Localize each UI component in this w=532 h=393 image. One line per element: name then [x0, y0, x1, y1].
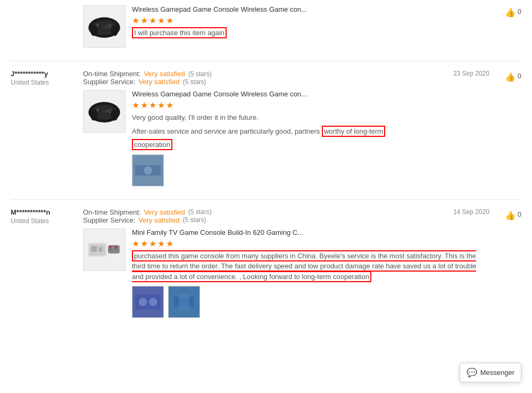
- rating-shipment-j: On-time Shipment: Very satisfied (5 star…: [83, 70, 212, 78]
- star-m-4: ★: [157, 239, 165, 249]
- reviewer-info-m: M***********n United States: [11, 208, 74, 323]
- svg-rect-34: [114, 246, 117, 248]
- svg-point-9: [90, 25, 98, 36]
- product-image-1: [83, 5, 126, 48]
- reviewer-country-j: United States: [11, 79, 74, 86]
- review-body-m: On-time Shipment: Very satisfied (5 star…: [83, 208, 489, 323]
- product-row-1: Wireless Gamepad Game Console Wireless G…: [83, 5, 489, 48]
- ratings-m: On-time Shipment: Very satisfied (5 star…: [83, 208, 212, 224]
- reviewer-info-1: [11, 5, 74, 52]
- gamepad-icon-1: [86, 8, 123, 45]
- rating-stars-shipment-m: (5 stars): [188, 208, 212, 216]
- star-1: ★: [132, 15, 139, 26]
- product-title-j: Wireless Gamepad Game Console Wireless G…: [132, 90, 489, 98]
- reviewer-info-j: J***********y United States: [11, 70, 74, 191]
- reviewer-country-m: United States: [11, 217, 74, 225]
- review-text-j-before-highlight: After-sales service and service are part…: [132, 127, 322, 135]
- svg-point-7: [106, 25, 109, 27]
- rating-service-j: Supplier Service: Very satisfied (5 star…: [83, 78, 212, 86]
- rating-stars-service-j: (5 stars): [183, 78, 206, 86]
- rating-label-service-j: Supplier Service:: [83, 78, 135, 86]
- review-photo-m-1[interactable]: [132, 286, 164, 318]
- review-main-1: Wireless Gamepad Game Console Wireless G…: [83, 5, 521, 52]
- helpful-section-j: 👍 0: [489, 70, 521, 191]
- product-image-j: [83, 90, 126, 133]
- svg-rect-14: [97, 108, 98, 112]
- helpful-count-m: 0: [518, 210, 521, 218]
- star-m-5: ★: [166, 239, 173, 249]
- svg-rect-8: [103, 26, 106, 28]
- helpful-count-j: 0: [518, 72, 521, 80]
- product-details-m: Mini Family TV Game Console Build-In 620…: [132, 228, 489, 318]
- photo-thumbnail-m-2: [169, 286, 200, 317]
- star-m-1: ★: [132, 239, 139, 249]
- highlighted-purchase-again: I will purchase this item again: [132, 27, 227, 38]
- star-j-4: ★: [157, 100, 165, 110]
- highlighted-worthy: worthy of long-term: [322, 126, 385, 137]
- reviewer-name-m: M***********n: [11, 208, 74, 216]
- review-date-m: 14 Sep 2020: [442, 208, 489, 216]
- star-j-2: ★: [140, 100, 148, 110]
- svg-point-37: [139, 298, 147, 306]
- rating-stars-service-m: (5 stars): [183, 216, 206, 224]
- svg-point-20: [90, 110, 98, 121]
- svg-point-32: [114, 247, 118, 250]
- reviewer-name-j: J***********y: [11, 70, 74, 78]
- thumb-up-icon-j[interactable]: 👍: [505, 72, 516, 82]
- review-text-j-3: cooperation: [132, 140, 489, 150]
- review-main-m: On-time Shipment: Very satisfied (5 star…: [83, 208, 521, 323]
- photo-thumbnail-j: [132, 155, 163, 186]
- review-header-j: On-time Shipment: Very satisfied (5 star…: [83, 70, 489, 86]
- review-main-j: On-time Shipment: Very satisfied (5 star…: [83, 70, 521, 191]
- product-title-1: Wireless Gamepad Game Console Wireless G…: [132, 5, 489, 13]
- rating-label-shipment-j: On-time Shipment:: [83, 70, 140, 78]
- svg-point-21: [111, 110, 118, 121]
- review-text-j-1: Very good quality, I'll order it in the …: [132, 112, 489, 123]
- star-2: ★: [140, 15, 148, 26]
- star-m-2: ★: [140, 239, 148, 249]
- helpful-section-m: 👍 0: [489, 208, 521, 323]
- rating-value-shipment-m: Very satisfied: [144, 208, 185, 216]
- svg-point-10: [111, 25, 118, 36]
- review-body-1: Wireless Gamepad Game Console Wireless G…: [83, 5, 489, 52]
- product-details-j: Wireless Gamepad Game Console Wireless G…: [132, 90, 489, 186]
- svg-point-4: [109, 24, 111, 26]
- svg-point-18: [106, 110, 109, 112]
- product-stars-1: ★ ★ ★ ★ ★: [132, 15, 489, 26]
- svg-rect-28: [99, 250, 103, 251]
- review-photo-j-1[interactable]: [132, 154, 164, 186]
- rating-stars-shipment-j: (5 stars): [188, 70, 212, 78]
- svg-rect-33: [109, 246, 112, 248]
- helpful-count-1: 0: [518, 7, 521, 15]
- product-stars-j: ★ ★ ★ ★ ★: [132, 100, 489, 110]
- thumb-up-icon-m[interactable]: 👍: [505, 210, 516, 220]
- rating-shipment-m: On-time Shipment: Very satisfied (5 star…: [83, 208, 212, 216]
- highlighted-cooperation: cooperation: [132, 139, 172, 150]
- svg-point-31: [109, 247, 112, 250]
- photo-thumbnail-m-1: [132, 286, 163, 317]
- rating-value-shipment-j: Very satisfied: [144, 70, 185, 78]
- mini-console-icon: [86, 231, 123, 268]
- rating-service-m: Supplier Service: Very satisfied (5 star…: [83, 216, 212, 224]
- svg-point-24: [144, 166, 152, 174]
- helpful-section-1: 👍 0: [489, 5, 521, 52]
- review-header-m: On-time Shipment: Very satisfied (5 star…: [83, 208, 489, 224]
- rating-label-service-m: Supplier Service:: [83, 216, 135, 224]
- svg-point-15: [109, 109, 111, 111]
- star-j-5: ★: [166, 100, 173, 110]
- highlighted-review-m: purchased this game console from many su…: [132, 250, 476, 282]
- star-m-3: ★: [149, 239, 156, 249]
- svg-rect-3: [97, 23, 98, 27]
- product-row-m: Mini Family TV Game Console Build-In 620…: [83, 228, 489, 318]
- review-block-m: M***********n United States On-time Ship…: [11, 199, 521, 331]
- svg-point-38: [149, 298, 157, 306]
- product-title-m: Mini Family TV Game Console Build-In 620…: [132, 228, 489, 236]
- review-body-j: On-time Shipment: Very satisfied (5 star…: [83, 70, 489, 191]
- product-image-m: [83, 228, 126, 271]
- review-highlighted-1: I will purchase this item again: [132, 28, 489, 38]
- product-details-1: Wireless Gamepad Game Console Wireless G…: [132, 5, 489, 42]
- thumb-up-icon-1[interactable]: 👍: [505, 7, 516, 18]
- review-photo-m-2[interactable]: [168, 286, 200, 318]
- review-photos-m: [132, 286, 489, 318]
- star-4: ★: [157, 15, 165, 26]
